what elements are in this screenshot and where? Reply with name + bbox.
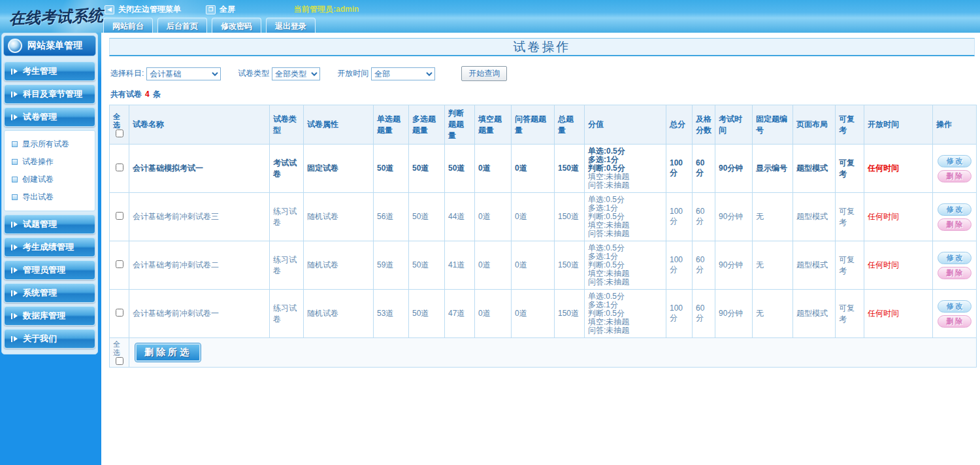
- open-time-select[interactable]: 全部: [371, 67, 435, 80]
- sidebar-menu-button[interactable]: 关于我们: [4, 329, 95, 349]
- exam-type-select[interactable]: 全部类型: [272, 67, 320, 80]
- sidebar-menu-button[interactable]: 考生成绩管理: [4, 237, 95, 257]
- pass-score: 60分: [693, 290, 715, 338]
- sidebar-menu-button[interactable]: 科目及章节管理: [4, 84, 95, 104]
- row-checkbox[interactable]: [116, 260, 123, 268]
- search-button[interactable]: 开始查询: [461, 66, 507, 81]
- table-row: 会计基础考前冲刺试卷三 练习试卷 随机试卷 56道 50道 44道 0道 0道 …: [110, 193, 977, 241]
- fixed-number: 无: [753, 241, 793, 290]
- sidebar-menu-button[interactable]: 数据库管理: [4, 306, 95, 326]
- fixed-number: 无: [753, 193, 793, 241]
- table-row: 会计基础考前冲刺试卷一 练习试卷 随机试卷 53道 50道 47道 0道 0道 …: [110, 290, 977, 338]
- open-time: 任何时间: [864, 241, 933, 290]
- sidebar-submenu-item[interactable]: 导出试卷: [7, 188, 92, 206]
- delete-button[interactable]: 删除: [938, 218, 972, 231]
- summary-prefix: 共有试卷: [110, 90, 142, 99]
- play-arrow-icon: [11, 69, 18, 75]
- footer-select-all-checkbox[interactable]: [116, 357, 123, 365]
- sidebar-menu-button[interactable]: 试题管理: [4, 215, 95, 234]
- delete-button[interactable]: 删除: [938, 267, 972, 279]
- judge-count: 41道: [445, 241, 475, 290]
- column-header: 考试时间: [715, 105, 753, 145]
- sidebar-menu-button[interactable]: 管理员管理: [4, 260, 95, 280]
- pass-score: 60分: [693, 193, 715, 241]
- score-detail: 单选:0.5分多选:1分判断:0.5分填空:未抽题问答:未抽题: [585, 193, 666, 241]
- column-header: 操作: [933, 105, 977, 145]
- single-choice-count: 56道: [374, 193, 409, 241]
- sidebar-submenu-item[interactable]: 试卷操作: [7, 153, 92, 171]
- edit-button[interactable]: 修改: [938, 300, 972, 313]
- exam-attr: 随机试卷: [304, 193, 374, 241]
- play-arrow-icon: [11, 313, 18, 319]
- row-actions: 修改 删除: [933, 290, 977, 338]
- play-arrow-icon: [11, 114, 18, 120]
- fixed-number: 无: [753, 290, 793, 338]
- sidebar-menu-bottom: 试题管理 考生成绩管理 管理员管理 系统管理: [3, 215, 96, 349]
- collapse-arrow-icon: ◀: [105, 5, 114, 14]
- column-header: 判断题题量: [445, 105, 475, 145]
- column-header: 固定题编号: [753, 105, 793, 145]
- delete-button[interactable]: 删除: [938, 170, 972, 182]
- select-all-header: 全选: [110, 105, 129, 145]
- retake-flag: 可复考: [836, 145, 864, 193]
- subject-select[interactable]: 会计基础: [146, 67, 221, 80]
- column-header: 试卷类型: [270, 105, 304, 145]
- total-question-count: 150道: [555, 145, 585, 193]
- sidebar-menu-label: 管理员管理: [23, 264, 65, 276]
- delete-selected-button[interactable]: 删除所选: [135, 343, 201, 362]
- total-question-count: 150道: [555, 290, 585, 338]
- play-arrow-icon: [11, 290, 18, 296]
- sidebar-submenu-item[interactable]: 显示所有试卷: [7, 135, 92, 153]
- fill-blank-count: 0道: [475, 290, 512, 338]
- table-footer-row: 全选 删除所选: [110, 338, 977, 368]
- select-all-label: 全选: [113, 112, 125, 129]
- pass-score: 60分: [693, 145, 715, 193]
- edit-button[interactable]: 修改: [938, 155, 972, 167]
- table-row: 会计基础考前冲刺试卷二 练习试卷 随机试卷 59道 50道 41道 0道 0道 …: [110, 241, 977, 290]
- fill-blank-count: 0道: [475, 193, 512, 241]
- topbar: 在线考试系统 ◀ 关闭左边管理菜单 ❐ 全屏 当前管理员:admin 网站前台后…: [0, 0, 980, 33]
- row-checkbox[interactable]: [116, 309, 123, 317]
- total-score: 100分: [666, 145, 693, 193]
- exam-type: 练习试卷: [270, 193, 304, 241]
- sidebar-submenu-item[interactable]: 创建试卷: [7, 171, 92, 188]
- exam-time: 90分钟: [715, 193, 753, 241]
- square-bullet-icon: [12, 177, 18, 182]
- delete-button[interactable]: 删除: [938, 315, 972, 328]
- edit-button[interactable]: 修改: [938, 203, 972, 216]
- main-content: 试卷操作 选择科目: 会计基础 试卷类型 全部类型 开放时间 全部 开始查询 共…: [101, 33, 980, 465]
- edit-button[interactable]: 修改: [938, 252, 972, 264]
- qa-count: 0道: [512, 193, 555, 241]
- sidebar-menu-button[interactable]: 试卷管理: [4, 107, 95, 127]
- column-header: 开放时间: [864, 105, 933, 145]
- collapse-menu-link[interactable]: ◀ 关闭左边管理菜单: [105, 4, 181, 15]
- row-checkbox[interactable]: [116, 164, 123, 171]
- exam-attr: 固定试卷: [304, 145, 374, 193]
- row-select-cell: [110, 290, 129, 338]
- column-header: 多选题题量: [409, 105, 445, 145]
- play-arrow-icon: [11, 245, 18, 250]
- topbar-links: ◀ 关闭左边管理菜单 ❐ 全屏 当前管理员:admin: [105, 4, 359, 15]
- retake-flag: 可复考: [836, 290, 864, 338]
- exam-time: 90分钟: [715, 241, 753, 290]
- column-header: 页面布局: [793, 105, 836, 145]
- sidebar-menu-button[interactable]: 系统管理: [4, 283, 95, 303]
- sidebar-menu-button[interactable]: 考生管理: [4, 61, 95, 81]
- column-header: 分值: [585, 105, 666, 145]
- row-checkbox[interactable]: [116, 212, 123, 220]
- type-filter-label: 试卷类型: [238, 68, 269, 79]
- exam-type: 练习试卷: [270, 290, 304, 338]
- exam-name: 会计基础考前冲刺试卷二: [129, 241, 270, 290]
- sidebar-header-label: 网站菜单管理: [27, 40, 82, 52]
- single-choice-count: 59道: [374, 241, 409, 290]
- exam-type: 考试试卷: [270, 145, 304, 193]
- fullscreen-link[interactable]: ❐ 全屏: [206, 4, 235, 15]
- sidebar-menu-label: 试题管理: [23, 218, 57, 230]
- select-all-checkbox[interactable]: [116, 129, 123, 137]
- judge-count: 50道: [445, 145, 475, 193]
- page-title: 试卷操作: [109, 38, 975, 56]
- sidebar-menu-label: 考生管理: [23, 65, 57, 77]
- exam-attr: 随机试卷: [304, 241, 374, 290]
- open-time: 任何时间: [864, 145, 933, 193]
- table-row: 会计基础模拟考试一 考试试卷 固定试卷 50道 50道 50道 0道 0道 15…: [110, 145, 977, 193]
